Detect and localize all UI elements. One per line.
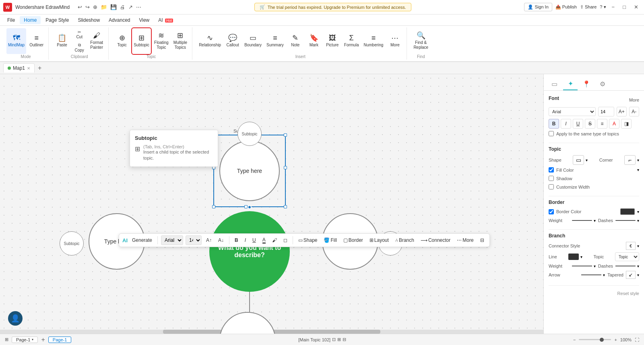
apply-same-type-checkbox[interactable] bbox=[549, 131, 554, 136]
picture-button[interactable]: 🖼 Picture bbox=[324, 28, 341, 54]
font-family-select[interactable]: Arial bbox=[549, 107, 596, 116]
fit-width-icon[interactable]: ⊞ bbox=[337, 337, 341, 342]
mark-button[interactable]: 🔖 Mark bbox=[305, 28, 322, 54]
outliner-button[interactable]: ≡ Outliner bbox=[28, 28, 45, 54]
arrow-caret[interactable]: ▾ bbox=[603, 273, 605, 277]
font-color-button[interactable]: A bbox=[260, 236, 268, 245]
shadow-checkbox[interactable] bbox=[549, 176, 554, 181]
minimize-button[interactable]: − bbox=[609, 2, 617, 12]
shape-caret[interactable]: ▾ bbox=[586, 158, 588, 162]
resize-handle-mr[interactable] bbox=[284, 166, 287, 169]
copy-button[interactable]: ⧉ Copy bbox=[72, 42, 87, 54]
fullscreen-button[interactable]: ⛶ bbox=[635, 337, 639, 342]
corner-caret[interactable]: ▾ bbox=[637, 158, 639, 162]
bottom-node[interactable]: Type here bbox=[219, 312, 276, 334]
maximize-button[interactable]: □ bbox=[620, 2, 628, 12]
format-painter-button[interactable]: 🖌 FormatPainter bbox=[88, 28, 105, 54]
topic-select[interactable]: Topic bbox=[615, 252, 639, 261]
align-button[interactable]: ≡ bbox=[597, 119, 607, 129]
multiple-topics-button[interactable]: ⊞ MultipleTopics bbox=[172, 28, 189, 54]
italic-button[interactable]: I bbox=[561, 119, 571, 129]
layout-ft-button[interactable]: ⊞ Layout bbox=[367, 236, 391, 244]
note-button[interactable]: ✎ Note bbox=[287, 28, 304, 54]
panel-tab-settings[interactable]: ⚙ bbox=[595, 77, 610, 90]
decrease-size-btn[interactable]: A↓ bbox=[216, 236, 226, 244]
connector-ft-button[interactable]: ⟶ Connector bbox=[419, 236, 452, 244]
add-tab-button[interactable]: + bbox=[38, 64, 41, 72]
collapse-ft-button[interactable]: ⊟ bbox=[478, 236, 486, 244]
branch-ft-button[interactable]: ⑃ Branch bbox=[393, 236, 416, 244]
relationship-button[interactable]: ∿ Relationship bbox=[197, 28, 223, 54]
branch-weight-caret[interactable]: ▾ bbox=[594, 264, 596, 268]
underline-button[interactable]: U bbox=[573, 119, 583, 129]
save-icon[interactable]: 💾 bbox=[110, 4, 117, 10]
border-color-swatch[interactable] bbox=[620, 208, 635, 215]
border-color-checkbox[interactable] bbox=[549, 209, 554, 214]
central-node[interactable]: What do you want to describe? bbox=[209, 211, 290, 292]
erase-button[interactable]: ◻ bbox=[281, 236, 289, 244]
corner-select-btn[interactable]: ⌐ bbox=[624, 155, 636, 165]
subtopic-top[interactable]: Subtopic bbox=[237, 122, 262, 146]
share-button[interactable]: ⇧ Share bbox=[580, 4, 597, 10]
more-insert-button[interactable]: ⋯ More bbox=[386, 28, 403, 54]
connect-dot-bottom[interactable] bbox=[248, 205, 252, 209]
fill-ft-button[interactable]: 🪣 Fill bbox=[322, 236, 339, 244]
active-page-tab[interactable]: Page-1 bbox=[48, 337, 71, 343]
more-ft-button[interactable]: ⋯ More bbox=[455, 236, 475, 244]
underline-button-ft[interactable]: U bbox=[250, 236, 258, 244]
font-size-input[interactable] bbox=[598, 107, 614, 116]
tab-map1[interactable]: Map1 ✕ bbox=[3, 63, 35, 73]
summary-button[interactable]: ≡ Summary bbox=[265, 28, 285, 54]
top-node[interactable]: Type here bbox=[219, 141, 280, 201]
strikethrough-button[interactable]: S bbox=[585, 119, 595, 129]
publish-button[interactable]: 📤 Publish bbox=[555, 4, 577, 10]
shape-ft-button[interactable]: ▭ Shape bbox=[296, 236, 320, 244]
connector-style-caret[interactable]: ▾ bbox=[637, 244, 639, 248]
canvas[interactable]: Type here Subtopic What do you want to d… bbox=[0, 74, 543, 334]
weight-caret[interactable]: ▾ bbox=[594, 218, 596, 223]
bold-button-ft[interactable]: B bbox=[233, 236, 240, 244]
increase-size-btn[interactable]: A↑ bbox=[204, 236, 214, 244]
fit-icon[interactable]: ⊡ bbox=[332, 337, 336, 342]
resize-handle-bm[interactable] bbox=[244, 205, 248, 208]
border-ft-button[interactable]: ▢ Border bbox=[341, 236, 365, 244]
menu-view[interactable]: View bbox=[135, 16, 153, 24]
reset-style-button[interactable]: Reset style bbox=[617, 291, 639, 296]
mindmap-button[interactable]: 🗺 MindMap bbox=[6, 28, 26, 54]
tab-close-icon[interactable]: ✕ bbox=[27, 66, 30, 71]
decrease-font-btn[interactable]: A- bbox=[629, 107, 639, 116]
font-more-button[interactable]: More bbox=[629, 98, 639, 102]
zoom-slider[interactable] bbox=[579, 339, 611, 340]
line-color-swatch[interactable] bbox=[568, 254, 579, 260]
increase-font-btn[interactable]: A+ bbox=[617, 107, 627, 116]
generate-button[interactable]: Generate bbox=[130, 236, 154, 244]
border-color-caret[interactable]: ▾ bbox=[637, 210, 639, 214]
zoom-out-button[interactable]: − bbox=[573, 337, 576, 342]
dashes-caret[interactable]: ▾ bbox=[637, 218, 639, 223]
zoom-thumb[interactable] bbox=[600, 338, 604, 342]
menu-file[interactable]: File bbox=[3, 16, 19, 24]
fill-color-expand[interactable]: ▾ bbox=[637, 168, 639, 172]
subtopic-button[interactable]: ⊞ Subtopic bbox=[132, 28, 151, 54]
boundary-button[interactable]: ▭ Boundary bbox=[243, 28, 263, 54]
add-page-button[interactable]: + bbox=[41, 336, 45, 343]
line-color-caret[interactable]: ▾ bbox=[580, 255, 582, 259]
resize-handle-tr[interactable] bbox=[284, 133, 287, 137]
subtopic-left[interactable]: Subtopic bbox=[60, 231, 84, 256]
customize-width-checkbox[interactable] bbox=[549, 184, 554, 189]
new-icon[interactable]: ⊕ bbox=[93, 4, 97, 10]
cut-button[interactable]: ✂ Cut bbox=[72, 29, 87, 41]
floating-topic-button[interactable]: ≋ FloatingTopic bbox=[153, 28, 170, 54]
panel-tab-style[interactable]: ✦ bbox=[563, 77, 578, 90]
font-select[interactable]: Arial bbox=[161, 235, 183, 245]
italic-button-ft[interactable]: I bbox=[243, 236, 248, 244]
highlight-color-btn[interactable]: ◨ bbox=[621, 119, 632, 129]
signin-button[interactable]: 👤 Sign In bbox=[524, 3, 552, 11]
branch-dashes-caret[interactable]: ▾ bbox=[637, 264, 639, 268]
callout-button[interactable]: 💬 Callout bbox=[224, 28, 241, 54]
panel-tab-location[interactable]: 📍 bbox=[579, 77, 594, 90]
help-button[interactable]: ? ▾ bbox=[600, 4, 606, 10]
size-select[interactable]: 14 bbox=[186, 235, 202, 245]
bold-button[interactable]: B bbox=[549, 119, 559, 129]
tapered-caret[interactable]: ▾ bbox=[637, 273, 639, 277]
